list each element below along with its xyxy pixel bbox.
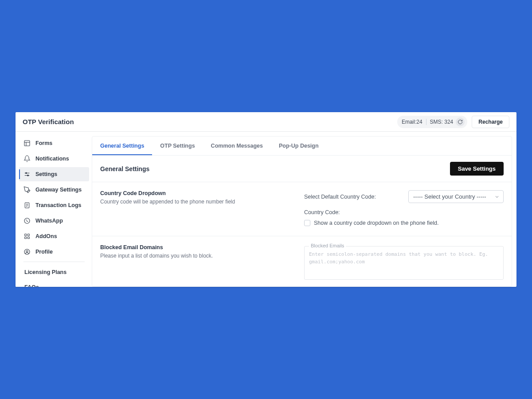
default-country-select[interactable]: ----- Select your Country ----- [408,190,504,203]
blocked-emails-legend: Blocked Emails [309,243,346,248]
svg-point-11 [24,218,30,223]
sidebar-item-label: Gateway Settings [35,187,82,193]
refresh-icon [458,119,463,125]
svg-point-6 [27,175,29,176]
sidebar-item-label: Notifications [35,156,69,162]
blocked-emails-textarea[interactable] [309,251,499,275]
sidebar-item-notifications[interactable]: Notifications [19,152,89,166]
file-icon [23,202,31,209]
sidebar-link-licensing[interactable]: Licensing Plans [19,265,89,280]
country-code-label: Country Code: [304,209,340,215]
tab-otp-settings[interactable]: OTP Settings [152,137,203,155]
tab-general-settings[interactable]: General Settings [92,137,152,155]
sidebar-item-profile[interactable]: Profile [19,245,89,259]
svg-rect-13 [27,234,29,236]
sidebar: Forms Notifications Settings Gateway Set… [16,132,92,287]
sidebar-item-label: Forms [35,140,52,146]
sidebar-item-addons[interactable]: AddOns [19,229,89,243]
show-dropdown-checkbox[interactable] [304,220,310,226]
settings-card: General Settings OTP Settings Common Mes… [92,136,512,287]
blocked-section-title: Blocked Email Domains [100,244,295,250]
country-section-title: Country Code Dropdown [100,190,295,196]
blocked-section-desc: Please input a list of domains you wish … [100,252,295,260]
sms-credit-label: SMS: 324 [430,119,454,125]
country-section-desc: Country code will be appended to the pho… [100,198,295,206]
sidebar-item-label: AddOns [35,233,57,239]
sidebar-item-forms[interactable]: Forms [19,136,89,150]
section-country-code: Country Code Dropdown Country code will … [92,182,512,236]
sidebar-item-settings[interactable]: Settings [19,167,89,181]
sidebar-item-label: WhatsApp [35,218,63,224]
panel-title: General Settings [100,165,149,172]
save-settings-button[interactable]: Save Settings [450,162,504,176]
panel-header: General Settings Save Settings [92,156,512,182]
page-title: OTP Verification [23,118,74,125]
pen-icon [23,186,31,193]
layout-icon [23,140,31,147]
sidebar-item-whatsapp[interactable]: WhatsApp [19,214,89,228]
sidebar-item-label: Profile [35,249,53,255]
app-window: OTP Verification Email:24 SMS: 324 Recha… [16,112,516,287]
user-circle-icon [23,248,31,255]
sliders-icon [23,171,31,178]
tab-popup-design[interactable]: Pop-Up Design [271,137,327,155]
svg-point-5 [26,172,27,174]
svg-rect-12 [25,234,27,236]
svg-rect-15 [27,237,29,239]
sidebar-item-gateway[interactable]: Gateway Settings [19,183,89,197]
svg-point-17 [26,250,28,252]
sidebar-separator [23,262,85,262]
settings-tabs: General Settings OTP Settings Common Mes… [92,137,512,156]
refresh-credits-button[interactable] [456,117,465,126]
blocked-emails-fieldset: Blocked Emails [304,246,504,280]
sidebar-item-transaction-logs[interactable]: Transaction Logs [19,198,89,212]
sidebar-link-faqs[interactable]: FAQs [19,280,89,287]
sidebar-item-label: Settings [35,171,57,177]
sidebar-item-label: Transaction Logs [35,202,82,208]
main-area: General Settings OTP Settings Common Mes… [92,132,516,287]
grid-icon [23,233,31,240]
whatsapp-icon [23,217,31,224]
section-blocked-emails: Blocked Email Domains Please input a lis… [92,236,512,287]
default-country-label: Select Default Country Code: [304,194,376,200]
pill-separator [426,119,426,125]
email-credit-label: Email:24 [402,119,422,125]
credit-pill: Email:24 SMS: 324 [397,116,467,128]
show-dropdown-label: Show a country code dropdown on the phon… [314,220,438,226]
recharge-button[interactable]: Recharge [472,116,509,128]
topbar: OTP Verification Email:24 SMS: 324 Recha… [16,112,516,132]
tab-common-messages[interactable]: Common Messages [203,137,271,155]
svg-rect-14 [25,237,27,239]
svg-rect-0 [24,141,30,146]
bell-icon [23,155,31,162]
